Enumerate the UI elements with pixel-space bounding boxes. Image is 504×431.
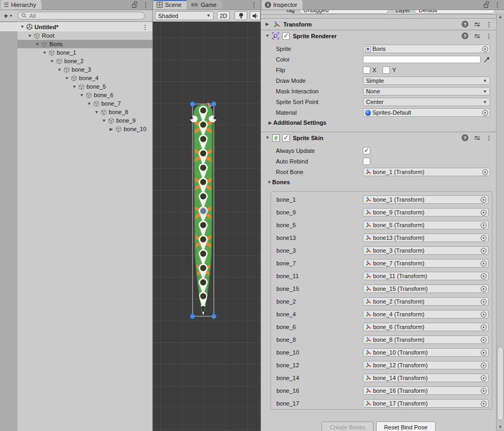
foldout-arrow-icon[interactable]: ▼: [71, 84, 77, 89]
presets-icon[interactable]: [474, 21, 481, 28]
foldout-arrow-icon[interactable]: ▼: [264, 33, 271, 38]
object-picker-icon[interactable]: [481, 401, 486, 407]
hierarchy-tree-item[interactable]: ▼ bone_3: [0, 65, 152, 74]
bone-transform-field[interactable]: bone13 (Transform): [363, 234, 489, 242]
flip-x-checkbox[interactable]: [363, 66, 370, 74]
inspector-menu-icon[interactable]: ⋮: [494, 2, 500, 7]
foldout-arrow-icon[interactable]: ▼: [266, 180, 272, 185]
auto-rebind-checkbox[interactable]: [363, 158, 370, 165]
hierarchy-menu-icon[interactable]: ⋮: [143, 2, 149, 7]
material-object-field[interactable]: Sprites-Default: [363, 108, 490, 117]
bone-transform-field[interactable]: bone_10 (Transform): [363, 348, 489, 357]
toggle-2d-button[interactable]: 2D: [217, 11, 230, 20]
component-menu-icon[interactable]: ⋮: [486, 22, 492, 27]
bone-transform-field[interactable]: bone_17 (Transform): [363, 399, 489, 408]
scene-viewport[interactable]: [153, 22, 260, 431]
foldout-arrow-icon[interactable]: ▼: [63, 76, 70, 81]
scrollbar-up-icon[interactable]: ▲: [497, 13, 504, 20]
foldout-arrow-icon[interactable]: ▼: [48, 59, 55, 64]
foldout-arrow-icon[interactable]: ▼: [100, 118, 107, 123]
bone-transform-field[interactable]: bone_9 (Transform): [363, 208, 489, 217]
root-bone-object-field[interactable]: bone_1 (Transform): [363, 168, 490, 176]
scene-header-row[interactable]: ▼ Untitled* ⋮: [0, 22, 152, 31]
mask-interaction-dropdown[interactable]: None ▼: [363, 87, 490, 96]
scene-menu-icon[interactable]: ⋮: [142, 24, 148, 30]
object-picker-icon[interactable]: [481, 273, 486, 279]
sprite-renderer-component-header[interactable]: ▼ Sprite Renderer ? ⋮: [261, 30, 496, 41]
object-picker-icon[interactable]: [481, 363, 486, 368]
reset-bind-pose-button[interactable]: Reset Bind Pose: [376, 421, 436, 431]
transform-component-header[interactable]: ▶ Transform ? ⋮: [261, 18, 496, 30]
object-picker-icon[interactable]: [481, 235, 486, 241]
bone-transform-field[interactable]: bone_5 (Transform): [363, 221, 489, 229]
object-picker-icon[interactable]: [481, 197, 486, 203]
foldout-arrow-icon[interactable]: ▼: [78, 93, 85, 98]
object-picker-icon[interactable]: [481, 248, 486, 254]
bone-transform-field[interactable]: bone_15 (Transform): [363, 285, 489, 293]
foldout-arrow-icon[interactable]: ▼: [19, 24, 25, 29]
hierarchy-tree-item[interactable]: ▼ bone_6: [0, 91, 152, 99]
bone-transform-field[interactable]: bone_14 (Transform): [363, 374, 489, 382]
hierarchy-tree-item[interactable]: ▶ bone_10: [0, 125, 152, 133]
object-picker-icon[interactable]: [481, 222, 486, 228]
tag-dropdown[interactable]: Untagged: [299, 10, 388, 14]
object-picker-icon[interactable]: [481, 312, 486, 317]
hierarchy-tree-item[interactable]: ▼ bone_2: [0, 57, 152, 65]
bone-transform-field[interactable]: bone_2 (Transform): [363, 297, 489, 306]
object-picker-icon[interactable]: [481, 375, 486, 381]
scene-audio-button[interactable]: [250, 11, 260, 20]
tab-inspector[interactable]: i Inspector: [262, 0, 302, 10]
lock-icon[interactable]: [132, 1, 138, 8]
scrollbar-down-icon[interactable]: ▼: [497, 424, 504, 430]
presets-icon[interactable]: [474, 135, 481, 141]
help-icon[interactable]: ?: [462, 21, 468, 28]
presets-icon[interactable]: [474, 33, 481, 39]
object-picker-icon[interactable]: [482, 46, 488, 52]
object-picker-icon[interactable]: [481, 388, 486, 394]
hierarchy-tree-item[interactable]: ▼ bone_9: [0, 116, 152, 125]
scene-lighting-button[interactable]: [234, 11, 247, 20]
bone-transform-field[interactable]: bone_8 (Transform): [363, 335, 489, 344]
foldout-arrow-icon[interactable]: ▼: [93, 110, 100, 115]
bone-transform-field[interactable]: bone_6 (Transform): [363, 323, 489, 331]
object-picker-icon[interactable]: [482, 169, 488, 175]
bone-transform-field[interactable]: bone_1 (Transform): [363, 195, 489, 204]
object-picker-icon[interactable]: [481, 210, 486, 216]
eyedropper-icon[interactable]: [483, 56, 490, 63]
additional-settings-foldout[interactable]: ▶ Additional Settings: [261, 118, 496, 127]
object-picker-icon[interactable]: [481, 299, 486, 305]
foldout-arrow-icon[interactable]: ▼: [264, 135, 271, 140]
help-icon[interactable]: ?: [462, 32, 468, 39]
foldout-arrow-icon[interactable]: ▼: [56, 67, 63, 72]
help-icon[interactable]: ?: [462, 134, 468, 141]
foldout-arrow-icon[interactable]: ▶: [264, 22, 271, 27]
inspector-scrollbar[interactable]: ▲ ▼: [496, 13, 504, 431]
foldout-arrow-icon[interactable]: ▶: [108, 127, 115, 132]
always-update-checkbox[interactable]: [363, 147, 370, 154]
sprite-skin-component-header[interactable]: ▼ # Sprite Skin ? ⋮: [261, 132, 496, 143]
component-menu-icon[interactable]: ⋮: [486, 135, 492, 141]
hierarchy-search-input[interactable]: All: [18, 12, 145, 20]
scene-menu-icon[interactable]: ⋮: [251, 2, 257, 7]
layer-dropdown[interactable]: Default: [414, 10, 495, 14]
shading-mode-dropdown[interactable]: Shaded ▼: [155, 11, 214, 20]
bone-transform-field[interactable]: bone_3 (Transform): [363, 246, 489, 255]
bones-foldout[interactable]: ▼ Bones: [261, 177, 496, 187]
sprite-object-field[interactable]: Boris: [363, 45, 490, 53]
bone-transform-field[interactable]: bone_12 (Transform): [363, 361, 489, 369]
component-enabled-checkbox[interactable]: [282, 32, 290, 40]
hierarchy-tree-item[interactable]: ▼ bone_4: [0, 74, 152, 82]
component-menu-icon[interactable]: ⋮: [486, 33, 492, 39]
object-picker-icon[interactable]: [482, 110, 488, 116]
foldout-arrow-icon[interactable]: ▶: [267, 120, 273, 125]
tab-scene[interactable]: Scene: [153, 0, 187, 10]
object-picker-icon[interactable]: [481, 286, 486, 292]
lock-icon[interactable]: [483, 1, 490, 8]
create-object-button[interactable]: + ▼: [4, 13, 13, 19]
object-picker-icon[interactable]: [481, 324, 486, 330]
object-picker-icon[interactable]: [481, 350, 486, 356]
hierarchy-tree-item[interactable]: ▼ Boris: [0, 40, 152, 48]
bone-transform-field[interactable]: bone_11 (Transform): [363, 272, 489, 280]
hierarchy-tree-item[interactable]: ▼ bone_5: [0, 82, 152, 91]
hierarchy-tree-item[interactable]: ▼ bone_1: [0, 48, 152, 57]
